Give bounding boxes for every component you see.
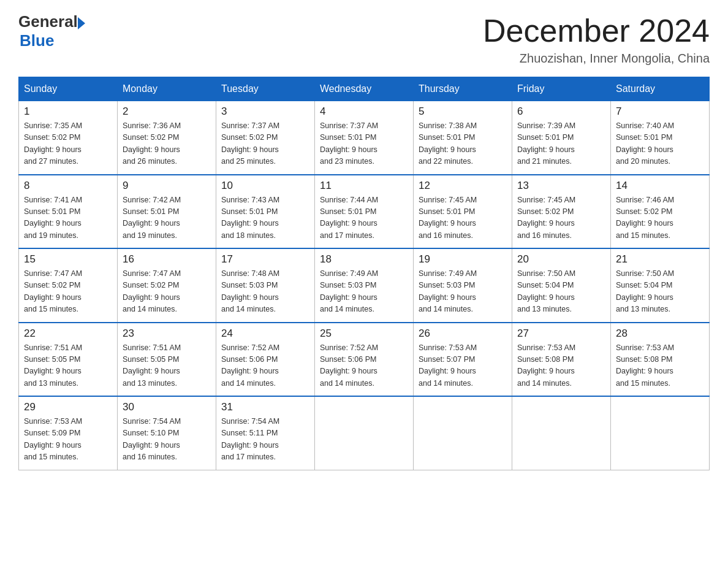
- day-number: 9: [123, 180, 211, 192]
- day-number: 31: [221, 401, 309, 413]
- calendar-cell: 24Sunrise: 7:52 AMSunset: 5:06 PMDayligh…: [216, 323, 315, 397]
- day-number: 21: [616, 253, 704, 266]
- day-number: 12: [419, 180, 507, 192]
- calendar-cell: [315, 396, 414, 470]
- day-info: Sunrise: 7:40 AMSunset: 5:01 PMDaylight:…: [616, 120, 704, 168]
- calendar-cell: 27Sunrise: 7:53 AMSunset: 5:08 PMDayligh…: [512, 323, 611, 397]
- day-info: Sunrise: 7:52 AMSunset: 5:06 PMDaylight:…: [221, 342, 309, 390]
- calendar-table: SundayMondayTuesdayWednesdayThursdayFrid…: [18, 77, 710, 470]
- day-number: 7: [616, 105, 704, 118]
- calendar-cell: 17Sunrise: 7:48 AMSunset: 5:03 PMDayligh…: [216, 248, 315, 323]
- calendar-cell: 2Sunrise: 7:36 AMSunset: 5:02 PMDaylight…: [118, 101, 216, 175]
- day-info: Sunrise: 7:54 AMSunset: 5:11 PMDaylight:…: [221, 416, 309, 464]
- logo-blue-text: Blue: [20, 31, 54, 50]
- calendar-cell: 5Sunrise: 7:38 AMSunset: 5:01 PMDaylight…: [414, 101, 512, 175]
- day-info: Sunrise: 7:38 AMSunset: 5:01 PMDaylight:…: [419, 120, 507, 168]
- day-number: 23: [123, 327, 211, 340]
- day-number: 15: [24, 253, 112, 266]
- day-info: Sunrise: 7:53 AMSunset: 5:08 PMDaylight:…: [616, 342, 704, 390]
- weekday-header-tuesday: Tuesday: [216, 77, 315, 101]
- calendar-cell: 9Sunrise: 7:42 AMSunset: 5:01 PMDaylight…: [118, 175, 216, 249]
- day-info: Sunrise: 7:49 AMSunset: 5:03 PMDaylight:…: [320, 268, 408, 316]
- day-number: 30: [123, 401, 211, 413]
- calendar-cell: 10Sunrise: 7:43 AMSunset: 5:01 PMDayligh…: [216, 175, 315, 249]
- weekday-header-wednesday: Wednesday: [315, 77, 414, 101]
- day-number: 8: [24, 180, 112, 192]
- calendar-cell: 15Sunrise: 7:47 AMSunset: 5:02 PMDayligh…: [19, 248, 118, 323]
- day-number: 24: [221, 327, 309, 340]
- day-info: Sunrise: 7:52 AMSunset: 5:06 PMDaylight:…: [320, 342, 408, 390]
- calendar-cell: 21Sunrise: 7:50 AMSunset: 5:04 PMDayligh…: [611, 248, 710, 323]
- calendar-cell: 19Sunrise: 7:49 AMSunset: 5:03 PMDayligh…: [414, 248, 512, 323]
- day-info: Sunrise: 7:45 AMSunset: 5:01 PMDaylight:…: [419, 194, 507, 242]
- day-number: 13: [517, 180, 605, 192]
- day-number: 22: [24, 327, 112, 340]
- calendar-cell: [414, 396, 512, 470]
- day-number: 10: [221, 180, 309, 192]
- day-info: Sunrise: 7:54 AMSunset: 5:10 PMDaylight:…: [123, 416, 211, 464]
- calendar-cell: 12Sunrise: 7:45 AMSunset: 5:01 PMDayligh…: [414, 175, 512, 249]
- calendar-cell: [512, 396, 611, 470]
- weekday-header-thursday: Thursday: [414, 77, 512, 101]
- weekday-header-friday: Friday: [512, 77, 611, 101]
- day-number: 3: [221, 105, 309, 118]
- logo-general-text: General: [18, 12, 78, 31]
- logo: General Blue: [18, 12, 85, 50]
- day-info: Sunrise: 7:51 AMSunset: 5:05 PMDaylight:…: [24, 342, 112, 390]
- day-info: Sunrise: 7:44 AMSunset: 5:01 PMDaylight:…: [320, 194, 408, 242]
- day-info: Sunrise: 7:39 AMSunset: 5:01 PMDaylight:…: [517, 120, 605, 168]
- day-number: 6: [517, 105, 605, 118]
- day-number: 17: [221, 253, 309, 266]
- calendar-cell: 11Sunrise: 7:44 AMSunset: 5:01 PMDayligh…: [315, 175, 414, 249]
- calendar-cell: 26Sunrise: 7:53 AMSunset: 5:07 PMDayligh…: [414, 323, 512, 397]
- day-number: 11: [320, 180, 408, 192]
- calendar-cell: 6Sunrise: 7:39 AMSunset: 5:01 PMDaylight…: [512, 101, 611, 175]
- day-info: Sunrise: 7:41 AMSunset: 5:01 PMDaylight:…: [24, 194, 112, 242]
- calendar-cell: 3Sunrise: 7:37 AMSunset: 5:02 PMDaylight…: [216, 101, 315, 175]
- day-info: Sunrise: 7:51 AMSunset: 5:05 PMDaylight:…: [123, 342, 211, 390]
- logo-arrow-icon: [78, 17, 85, 29]
- day-info: Sunrise: 7:37 AMSunset: 5:02 PMDaylight:…: [221, 120, 309, 168]
- calendar-cell: 16Sunrise: 7:47 AMSunset: 5:02 PMDayligh…: [118, 248, 216, 323]
- calendar-cell: 14Sunrise: 7:46 AMSunset: 5:02 PMDayligh…: [611, 175, 710, 249]
- day-info: Sunrise: 7:50 AMSunset: 5:04 PMDaylight:…: [517, 268, 605, 316]
- calendar-cell: 28Sunrise: 7:53 AMSunset: 5:08 PMDayligh…: [611, 323, 710, 397]
- calendar-title: December 2024: [483, 12, 710, 49]
- calendar-cell: 7Sunrise: 7:40 AMSunset: 5:01 PMDaylight…: [611, 101, 710, 175]
- page-header: General Blue December 2024 Zhuozishan, I…: [18, 12, 710, 66]
- day-info: Sunrise: 7:45 AMSunset: 5:02 PMDaylight:…: [517, 194, 605, 242]
- day-info: Sunrise: 7:49 AMSunset: 5:03 PMDaylight:…: [419, 268, 507, 316]
- weekday-header-monday: Monday: [118, 77, 216, 101]
- day-info: Sunrise: 7:43 AMSunset: 5:01 PMDaylight:…: [221, 194, 309, 242]
- day-number: 1: [24, 105, 112, 118]
- calendar-week-row: 29Sunrise: 7:53 AMSunset: 5:09 PMDayligh…: [19, 396, 710, 470]
- day-number: 14: [616, 180, 704, 192]
- day-info: Sunrise: 7:48 AMSunset: 5:03 PMDaylight:…: [221, 268, 309, 316]
- day-info: Sunrise: 7:46 AMSunset: 5:02 PMDaylight:…: [616, 194, 704, 242]
- calendar-week-row: 8Sunrise: 7:41 AMSunset: 5:01 PMDaylight…: [19, 175, 710, 249]
- day-info: Sunrise: 7:50 AMSunset: 5:04 PMDaylight:…: [616, 268, 704, 316]
- day-number: 5: [419, 105, 507, 118]
- calendar-cell: 25Sunrise: 7:52 AMSunset: 5:06 PMDayligh…: [315, 323, 414, 397]
- calendar-cell: 20Sunrise: 7:50 AMSunset: 5:04 PMDayligh…: [512, 248, 611, 323]
- title-section: December 2024 Zhuozishan, Inner Mongolia…: [483, 12, 710, 66]
- day-number: 29: [24, 401, 112, 413]
- calendar-cell: 22Sunrise: 7:51 AMSunset: 5:05 PMDayligh…: [19, 323, 118, 397]
- calendar-cell: [611, 396, 710, 470]
- day-number: 28: [616, 327, 704, 340]
- day-info: Sunrise: 7:35 AMSunset: 5:02 PMDaylight:…: [24, 120, 112, 168]
- calendar-week-row: 1Sunrise: 7:35 AMSunset: 5:02 PMDaylight…: [19, 101, 710, 175]
- calendar-week-row: 15Sunrise: 7:47 AMSunset: 5:02 PMDayligh…: [19, 248, 710, 323]
- day-info: Sunrise: 7:36 AMSunset: 5:02 PMDaylight:…: [123, 120, 211, 168]
- day-number: 20: [517, 253, 605, 266]
- weekday-header-saturday: Saturday: [611, 77, 710, 101]
- day-info: Sunrise: 7:42 AMSunset: 5:01 PMDaylight:…: [123, 194, 211, 242]
- day-number: 18: [320, 253, 408, 266]
- day-number: 2: [123, 105, 211, 118]
- day-info: Sunrise: 7:53 AMSunset: 5:08 PMDaylight:…: [517, 342, 605, 390]
- calendar-cell: 8Sunrise: 7:41 AMSunset: 5:01 PMDaylight…: [19, 175, 118, 249]
- calendar-cell: 1Sunrise: 7:35 AMSunset: 5:02 PMDaylight…: [19, 101, 118, 175]
- day-info: Sunrise: 7:47 AMSunset: 5:02 PMDaylight:…: [123, 268, 211, 316]
- calendar-cell: 13Sunrise: 7:45 AMSunset: 5:02 PMDayligh…: [512, 175, 611, 249]
- calendar-cell: 30Sunrise: 7:54 AMSunset: 5:10 PMDayligh…: [118, 396, 216, 470]
